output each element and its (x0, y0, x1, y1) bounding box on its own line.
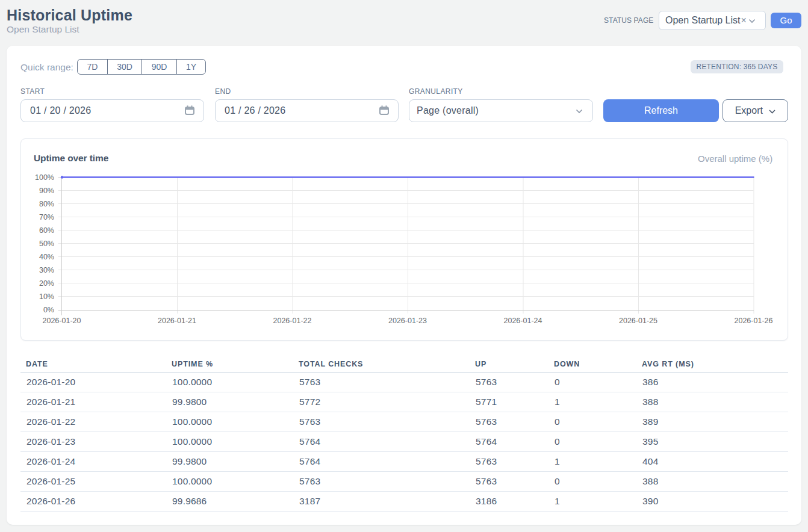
svg-text:2026-01-23: 2026-01-23 (388, 317, 427, 325)
svg-text:100%: 100% (35, 173, 54, 182)
svg-text:20%: 20% (39, 279, 54, 288)
svg-text:2026-01-25: 2026-01-25 (619, 317, 657, 325)
svg-text:2026-01-24: 2026-01-24 (504, 317, 542, 325)
svg-text:60%: 60% (39, 226, 54, 235)
svg-text:50%: 50% (39, 240, 54, 248)
svg-text:2026-01-20: 2026-01-20 (43, 317, 81, 325)
svg-text:40%: 40% (39, 253, 54, 261)
svg-text:30%: 30% (39, 266, 54, 274)
svg-text:0%: 0% (43, 306, 54, 314)
svg-text:2026-01-26: 2026-01-26 (735, 317, 773, 325)
svg-text:80%: 80% (39, 200, 54, 208)
svg-text:70%: 70% (39, 213, 54, 221)
svg-text:10%: 10% (39, 292, 54, 301)
svg-text:2026-01-21: 2026-01-21 (158, 317, 196, 325)
svg-text:2026-01-22: 2026-01-22 (273, 317, 312, 325)
svg-text:90%: 90% (39, 187, 54, 195)
